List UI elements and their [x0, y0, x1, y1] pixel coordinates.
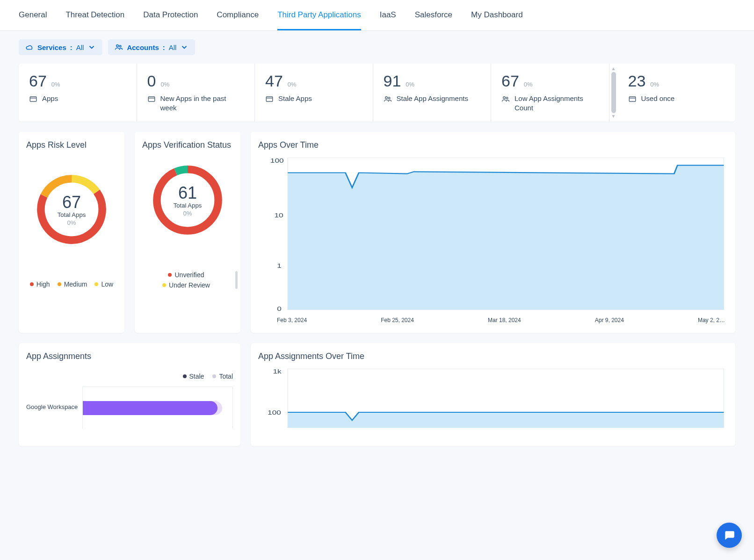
legend-item[interactable]: High: [30, 280, 50, 288]
stat-value: 0: [147, 72, 156, 90]
verify-donut-chart: 61 Total Apps 0%: [149, 162, 226, 238]
assignments-bar-chart: Google Workspace: [26, 387, 233, 429]
stat-label: Stale App Assignments: [397, 94, 468, 103]
filter-services-value: All: [76, 43, 84, 51]
people-icon: [115, 43, 123, 51]
svg-rect-4: [148, 97, 155, 102]
card-apps-risk-level: Apps Risk Level 67 Total Apps 0% High Me…: [19, 132, 124, 333]
svg-point-1: [120, 45, 122, 47]
stat-pct: 0%: [288, 81, 297, 88]
tab-threat-detection[interactable]: Threat Detection: [65, 10, 124, 30]
card-app-assignments: App Assignments Stale Total Google Works…: [19, 343, 240, 446]
top-nav: General Threat Detection Data Protection…: [0, 0, 754, 31]
dot-icon: [183, 374, 187, 378]
tab-salesforce[interactable]: Salesforce: [415, 10, 452, 30]
people-icon: [384, 95, 392, 103]
stat-scrollbar[interactable]: ▲ ▼: [609, 64, 618, 122]
stat-pct: 0%: [160, 81, 169, 88]
legend-item[interactable]: Low: [94, 280, 113, 288]
window-icon: [265, 95, 274, 103]
svg-rect-2: [30, 97, 36, 102]
dot-icon: [212, 374, 216, 378]
svg-rect-6: [266, 97, 273, 102]
filter-services[interactable]: Services: All: [19, 39, 102, 55]
risk-donut-chart: 67 Total Apps 0%: [33, 171, 110, 248]
card-title: Apps Verification Status: [142, 140, 233, 150]
stat-stale-assignments[interactable]: 910% Stale App Assignments: [373, 64, 492, 122]
chevron-down-icon: [180, 43, 188, 51]
legend-scrollbar[interactable]: [235, 271, 238, 289]
chat-button[interactable]: [717, 523, 742, 548]
stat-new-apps[interactable]: 00% New Apps in the past week: [137, 64, 255, 122]
card-apps-verification-status: Apps Verification Status 61 Total Apps 0…: [135, 132, 240, 333]
svg-text:1k: 1k: [273, 368, 282, 374]
tab-compliance[interactable]: Compliance: [217, 10, 259, 30]
people-icon: [501, 95, 510, 103]
x-axis: Feb 3, 2024 Feb 25, 2024 Mar 18, 2024 Ap…: [258, 313, 728, 323]
donut-total: 67: [62, 193, 81, 212]
stat-stale-apps[interactable]: 470% Stale Apps: [255, 64, 373, 122]
tab-general[interactable]: General: [19, 10, 47, 30]
stat-label: New Apps in the past week: [160, 94, 245, 112]
card-app-assignments-over-time: App Assignments Over Time 1k 100: [251, 343, 735, 446]
stat-pct: 0%: [51, 81, 60, 88]
tab-my-dashboard[interactable]: My Dashboard: [471, 10, 523, 30]
dot-icon: [30, 282, 34, 286]
card-title: App Assignments Over Time: [258, 352, 728, 361]
risk-legend: High Medium Low: [26, 280, 117, 288]
stat-label: Low App Assignments Count: [515, 94, 599, 112]
tab-iaas[interactable]: IaaS: [380, 10, 396, 30]
svg-point-8: [385, 97, 387, 99]
stat-pct: 0%: [650, 81, 659, 88]
stat-used-once[interactable]: 230% Used once: [618, 64, 736, 122]
filter-row: Services: All Accounts: All: [19, 39, 735, 55]
svg-text:1: 1: [277, 263, 282, 269]
dot-icon: [168, 273, 172, 277]
filter-accounts[interactable]: Accounts: All: [108, 39, 195, 55]
stat-value: 91: [384, 72, 401, 90]
svg-point-10: [503, 97, 506, 99]
dot-icon: [162, 283, 166, 287]
tab-third-party-applications[interactable]: Third Party Applications: [277, 10, 361, 30]
legend-item[interactable]: Medium: [58, 280, 87, 288]
svg-text:100: 100: [268, 409, 281, 416]
svg-text:10: 10: [274, 212, 283, 218]
donut-sub: Total Apps: [58, 211, 86, 218]
stat-low-assignments[interactable]: 670% Low App Assignments Count: [491, 64, 609, 122]
stat-pct: 0%: [524, 81, 533, 88]
card-title: Apps Risk Level: [26, 140, 117, 150]
svg-point-0: [116, 45, 119, 47]
legend-item[interactable]: Under Review: [162, 281, 210, 289]
stat-strip: 670% Apps 00% New Apps in the past week …: [19, 64, 735, 122]
donut-total: 61: [178, 183, 197, 202]
chevron-down-icon: [87, 43, 96, 51]
donut-pct: 0%: [67, 219, 76, 226]
svg-text:0: 0: [277, 305, 282, 312]
tab-data-protection[interactable]: Data Protection: [143, 10, 198, 30]
caret-down-icon: ▼: [611, 114, 616, 119]
caret-up-icon: ▲: [611, 66, 616, 71]
scrollbar-thumb[interactable]: [611, 72, 616, 113]
card-title: App Assignments: [26, 352, 233, 361]
svg-text:100: 100: [270, 157, 284, 164]
svg-point-9: [388, 97, 390, 99]
stat-value: 67: [29, 72, 47, 90]
verify-legend: Unverified Under Review: [142, 271, 233, 289]
legend-item[interactable]: Stale: [183, 373, 204, 380]
svg-rect-12: [629, 97, 636, 102]
donut-sub: Total Apps: [174, 202, 202, 209]
svg-point-11: [506, 97, 508, 99]
legend-item[interactable]: Total: [212, 373, 233, 380]
assignments-over-time-chart: 1k 100: [258, 364, 728, 430]
stat-label: Used once: [641, 94, 675, 103]
stat-pct: 0%: [406, 81, 414, 88]
stat-value: 47: [265, 72, 283, 90]
legend-item[interactable]: Unverified: [168, 271, 204, 279]
card-title: Apps Over Time: [258, 140, 728, 150]
stat-label: Stale Apps: [278, 94, 312, 103]
assignments-legend: Stale Total: [26, 373, 233, 380]
stat-apps[interactable]: 670% Apps: [19, 64, 137, 122]
bar-stale: [83, 401, 218, 415]
page-body: Services: All Accounts: All 670% Apps 00…: [0, 31, 754, 560]
filter-accounts-label: Accounts: [127, 43, 159, 51]
